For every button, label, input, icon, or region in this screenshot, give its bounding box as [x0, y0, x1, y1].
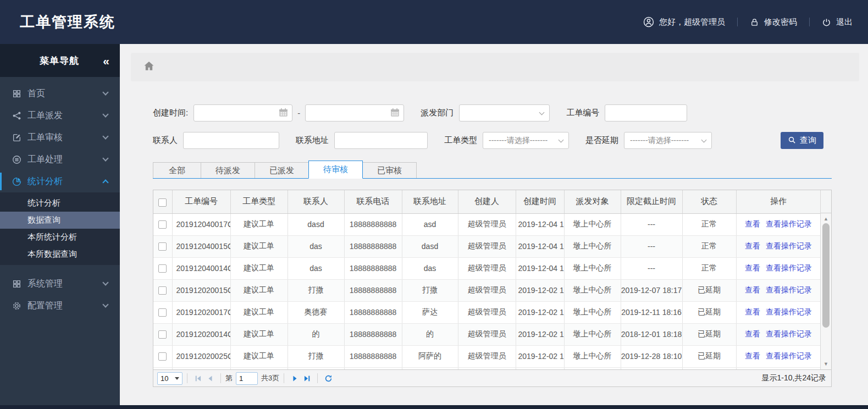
sidebar-item-process[interactable]: 工单处理 — [0, 148, 120, 170]
cell-phone: 18888888888 — [344, 257, 402, 279]
tab-pending-review[interactable]: 待审核 — [308, 161, 363, 179]
address-input[interactable] — [334, 132, 428, 149]
column-header: 派发对象 — [564, 190, 621, 213]
change-password-button[interactable]: 修改密码 — [750, 17, 797, 27]
view-link[interactable]: 查看 — [745, 351, 760, 360]
view-records-link[interactable]: 查看操作记录 — [766, 351, 812, 360]
logout-button[interactable]: 退出 — [822, 17, 853, 27]
delay-select[interactable]: -------请选择------- — [624, 132, 712, 149]
refresh-button[interactable] — [322, 372, 334, 384]
view-link[interactable]: 查看 — [745, 329, 760, 338]
header-actions: 您好，超级管理员 修改密码 退出 — [643, 16, 853, 27]
chevron-down-icon — [559, 137, 564, 142]
column-header: 联系人 — [288, 190, 344, 213]
cell-empty — [230, 367, 288, 369]
scrollbar-track[interactable]: ▲ ▼ — [821, 213, 831, 369]
view-records-link[interactable]: 查看操作记录 — [766, 241, 812, 250]
cell-status: 已延期 — [682, 323, 736, 345]
view-records-link[interactable]: 查看操作记录 — [766, 285, 812, 294]
chevron-down-icon — [102, 301, 108, 307]
cell-dispatch-target: 墩上中心所 — [564, 257, 621, 279]
prev-page-button[interactable] — [204, 372, 216, 384]
sidebar-item-label: 工单审核 — [27, 132, 63, 143]
view-link[interactable]: 查看 — [745, 219, 760, 228]
cell-creator: 超级管理员 — [458, 235, 516, 257]
calendar-icon[interactable] — [390, 107, 400, 119]
create-time-start-input[interactable] — [193, 104, 292, 121]
cell-phone: 18888888888 — [344, 345, 402, 367]
tab-pending-dispatch[interactable]: 待派发 — [201, 162, 255, 178]
scroll-up-icon[interactable]: ▲ — [821, 216, 831, 222]
share-icon — [12, 110, 21, 120]
cell-actions: 查看查看操作记录 — [736, 279, 821, 301]
next-page-button[interactable] — [289, 372, 301, 384]
view-records-link[interactable]: 查看操作记录 — [766, 307, 812, 316]
cell-dispatch-target: 墩上中心所 — [564, 345, 621, 367]
cell-dispatch-target: 墩上中心所 — [564, 213, 621, 235]
sidebar-subitem-data-query[interactable]: 数据查询 — [0, 212, 120, 229]
row-checkbox[interactable] — [158, 242, 167, 251]
order-type-select[interactable]: -------请选择------- — [483, 132, 569, 149]
table-row: 201912020025C建议工单打撒18888888888阿萨的超级管理员20… — [153, 345, 821, 367]
department-select[interactable] — [459, 104, 550, 121]
sidebar-subitem-branch-stats[interactable]: 本所统计分析 — [0, 229, 120, 246]
view-records-link[interactable]: 查看操作记录 — [766, 329, 812, 338]
cell-empty — [564, 367, 621, 369]
contact-input[interactable] — [183, 132, 279, 149]
create-time-start-wrap — [193, 104, 292, 121]
collapse-sidebar-icon[interactable]: « — [103, 55, 110, 67]
page-size-select[interactable]: 10 — [157, 372, 183, 385]
cell-phone: 18888888888 — [344, 301, 402, 323]
page-prefix-label: 第 — [225, 373, 233, 383]
sidebar-item-review[interactable]: 工单审核 — [0, 126, 120, 148]
row-checkbox[interactable] — [158, 330, 167, 339]
cell-dispatch-target: 墩上中心所 — [564, 301, 621, 323]
search-button[interactable]: 查询 — [781, 132, 823, 149]
view-records-link[interactable]: 查看操作记录 — [766, 219, 812, 228]
view-records-link[interactable]: 查看操作记录 — [766, 263, 812, 272]
sidebar-item-config[interactable]: 配置管理 — [0, 295, 120, 317]
sidebar-subitem-branch-data-query[interactable]: 本所数据查询 — [0, 246, 120, 263]
page-input[interactable] — [236, 372, 258, 385]
sidebar-item-label: 工单处理 — [27, 154, 63, 165]
sidebar-item-stats[interactable]: 统计分析 — [0, 170, 120, 192]
table-row-partial — [153, 367, 821, 369]
row-checkbox[interactable] — [158, 220, 167, 229]
scrollbar-thumb[interactable] — [822, 223, 830, 328]
sidebar-subitem-stats-analysis[interactable]: 统计分析 — [0, 195, 120, 212]
row-checkbox[interactable] — [158, 352, 167, 361]
sidebar-item-label: 配置管理 — [27, 300, 63, 312]
cell-empty — [736, 367, 821, 369]
sidebar-item-home[interactable]: 首页 — [0, 82, 120, 104]
tab-dispatched[interactable]: 已派发 — [255, 162, 309, 178]
row-checkbox[interactable] — [158, 264, 167, 273]
greeting-text: 您好，超级管理员 — [659, 17, 725, 27]
row-checkbox[interactable] — [158, 308, 167, 317]
home-icon[interactable] — [143, 60, 155, 74]
cell-created-time: 2019-12-04 15 — [516, 257, 564, 279]
first-page-button[interactable] — [192, 372, 204, 384]
tab-all[interactable]: 全部 — [153, 162, 201, 178]
view-link[interactable]: 查看 — [745, 285, 760, 294]
last-page-button[interactable] — [301, 372, 313, 384]
view-link[interactable]: 查看 — [745, 241, 760, 250]
order-no-input[interactable] — [605, 104, 687, 121]
view-link[interactable]: 查看 — [745, 263, 760, 272]
view-link[interactable]: 查看 — [745, 307, 760, 316]
table-scroll-area: 工单编号工单类型联系人联系电话联系地址创建人创建时间派发对象限定截止时间状态操作… — [153, 190, 831, 369]
cell-creator: 超级管理员 — [458, 301, 516, 323]
scroll-down-icon[interactable]: ▼ — [821, 361, 831, 367]
cell-created-time: 2019-12-04 15 — [516, 235, 564, 257]
row-checkbox[interactable] — [158, 286, 167, 295]
user-menu[interactable]: 您好，超级管理员 — [643, 16, 725, 27]
lock-icon — [750, 18, 759, 27]
calendar-icon[interactable] — [278, 107, 289, 119]
create-time-end-input[interactable] — [305, 104, 404, 121]
tab-reviewed[interactable]: 已审核 — [362, 162, 417, 178]
sidebar-title: 菜单导航 — [40, 54, 79, 67]
select-all-checkbox[interactable] — [158, 198, 167, 207]
table-scrollbar[interactable]: ▲ ▼ — [820, 190, 831, 369]
sidebar-item-dispatch[interactable]: 工单派发 — [0, 104, 120, 126]
column-header: 联系地址 — [402, 190, 458, 213]
sidebar-item-system[interactable]: 系统管理 — [0, 273, 120, 295]
